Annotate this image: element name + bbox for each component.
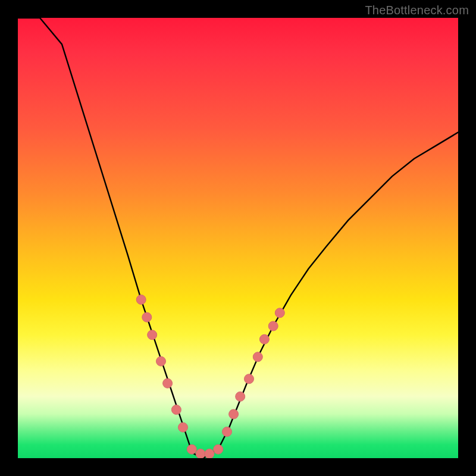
marker-right-2: [229, 409, 239, 419]
marker-left-7: [178, 422, 188, 432]
marker-floor-1: [187, 444, 196, 454]
curve-markers: [136, 295, 284, 458]
marker-left-4: [156, 356, 166, 366]
marker-right-4: [245, 374, 254, 384]
marker-right-5: [253, 352, 262, 362]
marker-left-6: [171, 405, 181, 415]
watermark-text: TheBottleneck.com: [365, 4, 469, 17]
marker-left-3: [148, 330, 157, 340]
marker-left-1: [136, 295, 146, 305]
marker-right-8: [275, 308, 284, 318]
marker-floor-2: [196, 449, 205, 458]
marker-right-1: [223, 427, 232, 437]
marker-right-3: [236, 392, 245, 401]
marker-right-6: [259, 334, 269, 344]
marker-floor-3: [205, 449, 214, 458]
marker-left-2: [142, 312, 152, 322]
marker-right-7: [268, 321, 278, 331]
marker-left-5: [163, 378, 173, 388]
chart-frame: TheBottleneck.com: [0, 0, 476, 476]
plot-area: [18, 18, 458, 458]
curve-overlay: [18, 18, 458, 458]
marker-floor-4: [214, 444, 223, 454]
